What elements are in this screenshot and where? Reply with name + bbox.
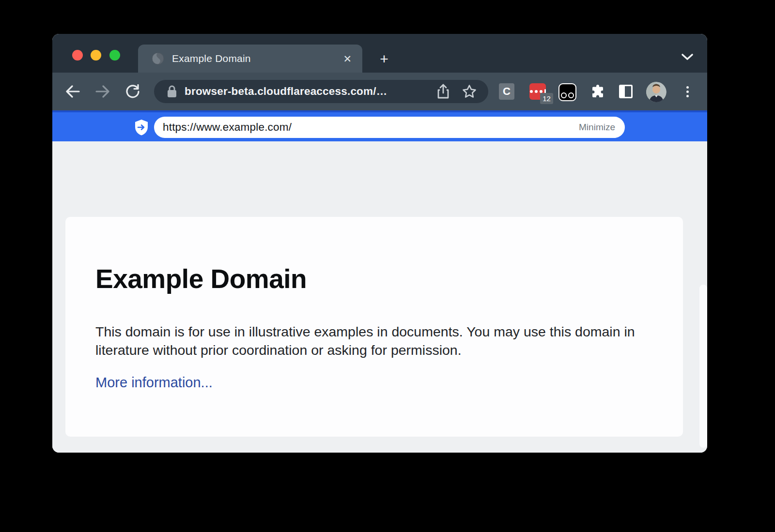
vertical-scrollbar[interactable] <box>699 285 707 448</box>
macos-minimize-button[interactable] <box>91 50 101 61</box>
tab-example-domain[interactable]: Example Domain ✕ <box>138 45 362 73</box>
content-card: Example Domain This domain is for use in… <box>65 217 683 437</box>
shield-icon <box>134 119 149 136</box>
share-icon[interactable] <box>437 84 450 99</box>
bookmark-star-icon[interactable] <box>462 84 477 99</box>
forward-icon[interactable] <box>93 82 112 101</box>
macos-close-button[interactable] <box>72 50 83 61</box>
isolation-url-bar: https://www.example.com/ Minimize <box>52 110 707 141</box>
macos-zoom-button[interactable] <box>109 50 120 61</box>
tab-strip: Example Domain ✕ + <box>52 34 707 73</box>
new-tab-button[interactable]: + <box>375 50 393 68</box>
address-bar[interactable]: browser-beta.cloudflareaccess.com/… <box>154 80 488 103</box>
tab-title: Example Domain <box>172 53 343 64</box>
tab-search-chevron-icon[interactable] <box>681 53 694 61</box>
profile-avatar[interactable] <box>646 82 666 102</box>
reload-icon[interactable] <box>123 82 142 101</box>
extensions-puzzle-icon[interactable] <box>589 83 606 100</box>
more-information-link[interactable]: More information... <box>95 375 213 391</box>
page-heading: Example Domain <box>95 263 307 294</box>
extension-badge-count: 12 <box>540 93 553 104</box>
browser-window: Example Domain ✕ + <box>52 34 707 453</box>
minimize-button[interactable]: Minimize <box>579 122 615 133</box>
back-icon[interactable] <box>63 82 82 101</box>
page-viewport: Example Domain This domain is for use in… <box>52 141 707 453</box>
tab-close-icon[interactable]: ✕ <box>343 54 352 64</box>
globe-favicon-icon <box>152 52 164 65</box>
lock-icon[interactable] <box>167 85 177 98</box>
extension-c-icon[interactable]: C <box>499 83 514 100</box>
address-url-text: browser-beta.cloudflareaccess.com/… <box>185 85 437 98</box>
isolation-url-value: https://www.example.com/ <box>163 121 579 134</box>
extension-goggles-icon[interactable] <box>558 83 576 101</box>
browser-toolbar: browser-beta.cloudflareaccess.com/… C 12 <box>52 73 707 110</box>
side-panel-icon[interactable] <box>619 85 633 98</box>
page-paragraph: This domain is for use in illustrative e… <box>95 322 657 359</box>
isolation-url-input[interactable]: https://www.example.com/ Minimize <box>154 117 625 138</box>
browser-menu-kebab-icon[interactable] <box>680 84 695 99</box>
